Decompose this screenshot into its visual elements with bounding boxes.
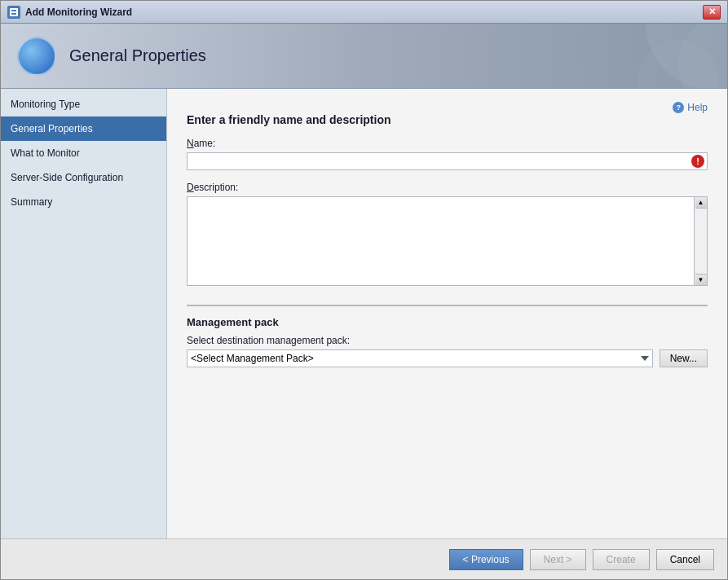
sidebar-item-server-side-configuration[interactable]: Server-Side Configuration bbox=[1, 165, 166, 190]
create-button[interactable]: Create bbox=[593, 549, 650, 570]
management-pack-select-label: Select destination management pack: bbox=[187, 335, 708, 346]
help-label: Help bbox=[687, 102, 708, 113]
help-link[interactable]: ? Help bbox=[673, 102, 708, 113]
scrollbar-down-button[interactable]: ▼ bbox=[695, 274, 707, 285]
header-banner: General Properties bbox=[1, 24, 727, 89]
sidebar-item-what-to-monitor[interactable]: What to Monitor bbox=[1, 141, 166, 165]
close-button[interactable]: ✕ bbox=[703, 5, 721, 20]
window-icon bbox=[7, 6, 20, 19]
management-pack-section: Management pack Select destination manag… bbox=[187, 305, 708, 367]
description-label: Description: bbox=[187, 182, 708, 193]
section-title: Enter a friendly name and description bbox=[187, 113, 708, 126]
title-bar: Add Monitoring Wizard ✕ bbox=[1, 1, 727, 24]
svg-rect-2 bbox=[11, 13, 16, 15]
svg-rect-0 bbox=[10, 8, 18, 16]
description-wrapper: ▲ ▼ bbox=[187, 196, 708, 288]
previous-button[interactable]: < Previous bbox=[449, 549, 523, 570]
svg-rect-1 bbox=[11, 10, 16, 11]
sidebar-item-general-properties[interactable]: General Properties bbox=[1, 116, 166, 141]
name-error-icon: ! bbox=[691, 155, 704, 168]
main-area: Monitoring Type General Properties What … bbox=[1, 89, 727, 538]
textarea-scrollbar: ▲ ▼ bbox=[695, 196, 708, 286]
description-textarea[interactable] bbox=[187, 196, 695, 286]
footer: < Previous Next > Create Cancel bbox=[1, 538, 727, 579]
window-title: Add Monitoring Wizard bbox=[25, 7, 703, 18]
management-pack-title: Management pack bbox=[187, 316, 708, 328]
next-button[interactable]: Next > bbox=[530, 549, 586, 570]
management-pack-select[interactable]: <Select Management Pack> bbox=[187, 349, 653, 367]
help-icon: ? bbox=[673, 102, 684, 113]
new-button[interactable]: New... bbox=[660, 349, 708, 367]
sidebar-item-monitoring-type[interactable]: Monitoring Type bbox=[1, 92, 166, 116]
cancel-button[interactable]: Cancel bbox=[656, 549, 714, 570]
main-window: Add Monitoring Wizard ✕ General Properti… bbox=[0, 0, 728, 580]
content-panel: ? Help Enter a friendly name and descrip… bbox=[167, 89, 727, 538]
name-field-wrapper: ! bbox=[187, 152, 708, 170]
header-title: General Properties bbox=[69, 46, 206, 65]
header-bg-decoration bbox=[580, 24, 727, 89]
sidebar-item-summary[interactable]: Summary bbox=[1, 190, 166, 214]
name-label: Name: bbox=[187, 138, 708, 149]
scrollbar-up-button[interactable]: ▲ bbox=[695, 197, 707, 209]
name-input[interactable] bbox=[187, 152, 708, 170]
management-pack-row: <Select Management Pack> New... bbox=[187, 349, 708, 367]
header-icon bbox=[17, 37, 56, 76]
sidebar: Monitoring Type General Properties What … bbox=[1, 89, 167, 538]
